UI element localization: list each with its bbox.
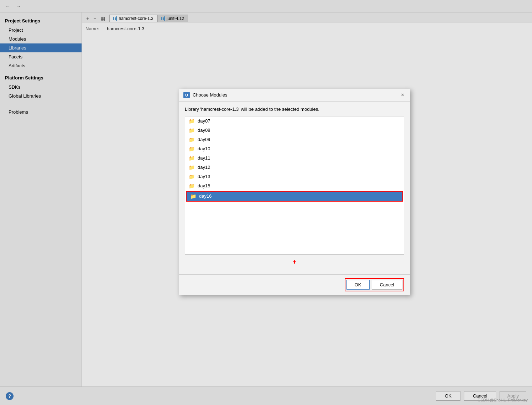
plus-icon-area: + [185,255,404,269]
module-item-day16[interactable]: 📁 day16 [187,192,402,201]
folder-icon-day15: 📁 [189,183,195,189]
module-item-day12[interactable]: 📁 day12 [185,163,404,172]
folder-icon-day16: 📁 [190,193,196,199]
module-label-day15: day15 [198,183,210,188]
module-label-day10: day10 [198,146,210,151]
module-label-day11: day11 [198,155,210,161]
module-item-day09[interactable]: 📁 day09 [185,135,404,144]
module-item-day07[interactable]: 📁 day07 [185,116,404,126]
module-label-day12: day12 [198,165,210,170]
dialog-footer: OK Cancel [179,274,410,295]
module-item-day08[interactable]: 📁 day08 [185,126,404,135]
folder-icon-day11: 📁 [189,155,195,161]
dialog-ok-button[interactable]: OK [346,280,370,290]
module-item-day11[interactable]: 📁 day11 [185,154,404,163]
dialog-buttons-outline: OK Cancel [345,278,404,291]
folder-icon-day13: 📁 [189,174,195,180]
folder-icon-day10: 📁 [189,146,195,152]
folder-icon-day12: 📁 [189,165,195,170]
folder-icon-day07: 📁 [189,118,195,124]
folder-icon-day09: 📁 [189,137,195,142]
dialog-title-text: Choose Modules [193,92,397,98]
module-item-day16-outline: 📁 day16 [186,191,403,202]
folder-icon-day08: 📁 [189,128,195,133]
dialog-body: Library 'hamcrest-core-1.3' will be adde… [179,102,410,274]
choose-modules-dialog: U Choose Modules × Library 'hamcrest-cor… [179,89,410,295]
dialog-cancel-button[interactable]: Cancel [372,280,402,290]
module-label-day08: day08 [198,128,210,133]
module-item-day10[interactable]: 📁 day10 [185,144,404,154]
module-list: 📁 day07 📁 day08 📁 day09 📁 day10 📁 [185,116,404,255]
dialog-title-icon: U [183,92,190,98]
plus-symbol: + [293,258,297,266]
dialog-close-button[interactable]: × [400,92,406,98]
dialog-titlebar: U Choose Modules × [179,89,410,102]
module-label-day13: day13 [198,174,210,179]
module-label-day09: day09 [198,137,210,142]
module-item-day15[interactable]: 📁 day15 [185,181,404,191]
dialog-message: Library 'hamcrest-core-1.3' will be adde… [185,107,404,112]
module-label-day16: day16 [199,193,212,199]
module-label-day07: day07 [198,118,210,124]
modal-overlay: U Choose Modules × Library 'hamcrest-cor… [0,0,532,405]
module-item-day13[interactable]: 📁 day13 [185,172,404,181]
